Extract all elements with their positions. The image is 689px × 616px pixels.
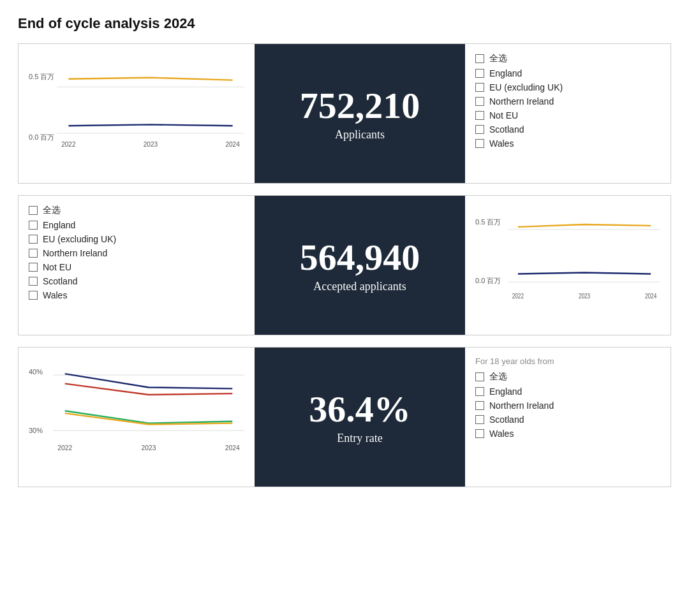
checkbox-label: EU (excluding UK) — [489, 82, 563, 92]
svg-text:2022: 2022 — [61, 141, 76, 148]
card3-checkbox-list: 全选EnglandNorthern IrelandScotlandWales — [475, 371, 660, 439]
card1-right-checkboxes: 全选EnglandEU (excluding UK)Northern Irela… — [465, 44, 670, 183]
checkbox-item[interactable]: Not EU — [475, 110, 660, 121]
card1-chart-svg: 2022 2023 2024 — [57, 53, 244, 152]
checkbox-item[interactable]: Wales — [475, 138, 660, 149]
checkbox-item[interactable]: England — [475, 68, 660, 78]
checkbox-box[interactable] — [475, 372, 484, 381]
card1-y-label-top: 0.5 百万 — [29, 72, 54, 82]
card1-checkbox-list: 全选EnglandEU (excluding UK)Northern Irela… — [475, 53, 660, 149]
card-entry-rate: 40% 30% 2022 2023 2024 36.4% Entry rate — [18, 347, 671, 487]
checkbox-label: Wales — [489, 138, 514, 149]
card1-label: Applicants — [335, 128, 385, 142]
card-applicants: 0.5 百万 0.0 百万 2022 2023 2024 752,210 App… — [18, 43, 671, 184]
checkbox-label: 全选 — [43, 205, 61, 216]
checkbox-label: England — [43, 220, 75, 230]
checkbox-item[interactable]: 全选 — [475, 371, 660, 383]
checkbox-box[interactable] — [475, 139, 484, 148]
checkbox-box[interactable] — [29, 235, 38, 244]
checkbox-label: Northern Ireland — [43, 248, 107, 258]
svg-text:2024: 2024 — [225, 141, 240, 148]
svg-text:2023: 2023 — [144, 141, 158, 148]
card3-for-label: For 18 year olds from — [475, 356, 660, 366]
checkbox-item[interactable]: Northern Ireland — [475, 400, 660, 411]
checkbox-label: Northern Ireland — [489, 400, 554, 411]
card3-chart-svg: 2022 2023 2024 — [53, 356, 244, 455]
card2-right-chart: 0.5 百万 0.0 百万 2022 2023 2024 — [465, 196, 670, 335]
checkbox-label: Scotland — [489, 414, 524, 425]
checkbox-item[interactable]: 全选 — [475, 53, 660, 64]
checkbox-label: EU (excluding UK) — [43, 234, 116, 244]
checkbox-box[interactable] — [475, 83, 484, 92]
checkbox-box[interactable] — [29, 263, 38, 272]
checkbox-label: 全选 — [489, 371, 507, 383]
checkbox-box[interactable] — [29, 206, 38, 215]
checkbox-box[interactable] — [475, 125, 484, 134]
checkbox-item[interactable]: Northern Ireland — [475, 96, 660, 106]
checkbox-label: Scotland — [489, 124, 524, 135]
card2-checkbox-list: 全选EnglandEU (excluding UK)Northern Irela… — [29, 205, 244, 300]
checkbox-label: Not EU — [489, 110, 518, 121]
checkbox-box[interactable] — [29, 291, 38, 300]
checkbox-box[interactable] — [29, 249, 38, 258]
checkbox-item[interactable]: 全选 — [29, 205, 244, 216]
checkbox-label: 全选 — [489, 53, 507, 64]
card1-left-chart: 0.5 百万 0.0 百万 2022 2023 2024 — [19, 44, 255, 183]
checkbox-label: Northern Ireland — [489, 96, 554, 106]
checkbox-item[interactable]: Scotland — [29, 276, 244, 286]
card2-label: Accepted applicants — [313, 280, 406, 293]
checkbox-item[interactable]: Scotland — [475, 124, 660, 135]
card3-y-label-top: 40% — [29, 368, 43, 376]
checkbox-box[interactable] — [475, 69, 484, 78]
checkbox-box[interactable] — [475, 97, 484, 106]
checkbox-box[interactable] — [29, 221, 38, 230]
checkbox-label: England — [489, 68, 522, 78]
page-title: End of cycle analysis 2024 — [18, 15, 671, 32]
card2-left-checkboxes: 全选EnglandEU (excluding UK)Northern Irela… — [19, 196, 255, 335]
svg-text:2024: 2024 — [645, 292, 656, 300]
checkbox-label: Wales — [43, 290, 67, 300]
svg-text:2023: 2023 — [142, 444, 156, 451]
checkbox-box[interactable] — [475, 387, 484, 396]
checkbox-box[interactable] — [475, 415, 484, 424]
card1-y-label-bottom: 0.0 百万 — [29, 133, 54, 142]
card3-right-checkboxes: For 18 year olds from 全选EnglandNorthern … — [465, 348, 670, 487]
checkbox-item[interactable]: England — [29, 220, 244, 230]
checkbox-label: Scotland — [43, 276, 77, 286]
checkbox-item[interactable]: Northern Ireland — [29, 248, 244, 258]
card3-y-label-bottom: 30% — [29, 427, 43, 434]
checkbox-item[interactable]: England — [475, 386, 660, 397]
checkbox-box[interactable] — [475, 429, 484, 438]
card-accepted: 全选EnglandEU (excluding UK)Northern Irela… — [18, 195, 671, 335]
checkbox-item[interactable]: Scotland — [475, 414, 660, 425]
card2-center: 564,940 Accepted applicants — [255, 196, 465, 335]
svg-text:2024: 2024 — [225, 444, 240, 451]
card2-y-label-top: 0.5 百万 — [475, 217, 501, 227]
card3-center: 36.4% Entry rate — [255, 348, 465, 487]
checkbox-item[interactable]: Wales — [29, 290, 244, 300]
checkbox-item[interactable]: EU (excluding UK) — [475, 82, 660, 92]
card2-big-number: 564,940 — [300, 237, 420, 278]
checkbox-box[interactable] — [475, 401, 484, 410]
card3-left-chart: 40% 30% 2022 2023 2024 — [19, 348, 255, 487]
checkbox-box[interactable] — [29, 277, 38, 286]
card1-center: 752,210 Applicants — [255, 44, 465, 183]
checkbox-box[interactable] — [475, 111, 484, 120]
svg-text:2022: 2022 — [512, 292, 524, 300]
checkbox-label: Wales — [489, 429, 514, 439]
checkbox-label: Not EU — [43, 262, 71, 272]
svg-text:2022: 2022 — [57, 444, 72, 451]
checkbox-item[interactable]: Not EU — [29, 262, 244, 272]
checkbox-item[interactable]: EU (excluding UK) — [29, 234, 244, 244]
checkbox-box[interactable] — [475, 54, 484, 63]
card3-big-number: 36.4% — [309, 389, 411, 430]
card3-label: Entry rate — [337, 432, 382, 445]
checkbox-item[interactable]: Wales — [475, 429, 660, 439]
checkbox-label: England — [489, 386, 522, 397]
svg-text:2023: 2023 — [579, 292, 590, 300]
card1-big-number: 752,210 — [300, 85, 420, 126]
card2-y-label-bottom: 0.0 百万 — [475, 276, 501, 286]
card2-chart-svg: 2022 2023 2024 — [508, 205, 660, 304]
